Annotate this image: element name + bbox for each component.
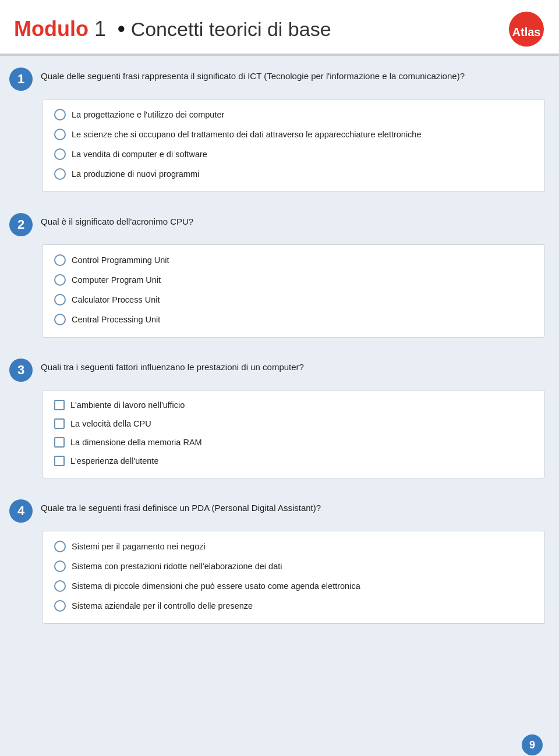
answer-label-3-4: L'esperienza dell'utente bbox=[70, 456, 158, 466]
bullet-separator: • bbox=[118, 17, 125, 41]
question-badge-2: 2 bbox=[9, 213, 33, 236]
answers-box-4: Sistemi per il pagamento nei negozi Sist… bbox=[42, 531, 545, 624]
checkbox-icon-3-3[interactable] bbox=[54, 437, 65, 448]
radio-icon-2-4[interactable] bbox=[54, 314, 66, 325]
radio-icon-4-4[interactable] bbox=[54, 600, 66, 612]
answer-label-2-4: Central Processing Unit bbox=[72, 315, 160, 324]
answer-label-4-4: Sistema aziendale per il controllo delle… bbox=[72, 601, 253, 611]
radio-icon-1-2[interactable] bbox=[54, 129, 66, 140]
answer-1-3[interactable]: La vendita di computer e di software bbox=[54, 148, 533, 160]
answers-box-2: Control Programming Unit Computer Progra… bbox=[42, 244, 545, 338]
question-text-1: Quale delle seguenti frasi rappresenta i… bbox=[41, 66, 465, 83]
module-subtitle: Concetti teorici di base bbox=[131, 18, 331, 40]
page-header: Modulo 1 • Concetti teorici di base Atla… bbox=[0, 0, 559, 55]
question-text-2: Qual è il significato dell'acronimo CPU? bbox=[41, 212, 193, 229]
question-block-2: 2 Qual è il significato dell'acronimo CP… bbox=[0, 201, 559, 242]
question-badge-1: 1 bbox=[9, 68, 33, 91]
modulo-label: Modulo bbox=[14, 17, 89, 41]
question-text-3: Quali tra i seguenti fattori influenzano… bbox=[41, 357, 304, 374]
radio-icon-2-3[interactable] bbox=[54, 294, 66, 306]
answer-2-3[interactable]: Calculator Process Unit bbox=[54, 294, 533, 306]
radio-icon-4-3[interactable] bbox=[54, 580, 66, 592]
module-number: 1 bbox=[94, 17, 106, 41]
answer-2-1[interactable]: Control Programming Unit bbox=[54, 254, 533, 266]
answers-box-1: La progettazione e l'utilizzo dei comput… bbox=[42, 99, 545, 192]
answer-2-2[interactable]: Computer Program Unit bbox=[54, 274, 533, 286]
radio-icon-1-3[interactable] bbox=[54, 148, 66, 160]
answer-label-1-2: Le scienze che si occupano del trattamen… bbox=[72, 130, 422, 139]
answer-label-3-2: La velocità della CPU bbox=[70, 419, 151, 428]
question-badge-3: 3 bbox=[9, 359, 33, 382]
answers-box-3: L'ambiente di lavoro nell'ufficio La vel… bbox=[42, 390, 545, 478]
answer-1-1[interactable]: La progettazione e l'utilizzo dei comput… bbox=[54, 109, 533, 120]
question-block-3: 3 Quali tra i seguenti fattori influenza… bbox=[0, 347, 559, 388]
question-badge-4: 4 bbox=[9, 499, 33, 523]
question-block-1: 1 Quale delle seguenti frasi rappresenta… bbox=[0, 56, 559, 97]
radio-icon-1-1[interactable] bbox=[54, 109, 66, 120]
answer-label-2-3: Calculator Process Unit bbox=[72, 295, 160, 304]
answer-2-4[interactable]: Central Processing Unit bbox=[54, 314, 533, 325]
answer-3-4[interactable]: L'esperienza dell'utente bbox=[54, 456, 533, 466]
svg-text:Atlas: Atlas bbox=[512, 26, 541, 38]
answer-1-4[interactable]: La produzione di nuovi programmi bbox=[54, 168, 533, 180]
answer-label-1-3: La vendita di computer e di software bbox=[72, 150, 207, 159]
answer-3-1[interactable]: L'ambiente di lavoro nell'ufficio bbox=[54, 400, 533, 410]
answer-4-3[interactable]: Sistema di piccole dimensioni che può es… bbox=[54, 580, 533, 592]
checkbox-icon-3-4[interactable] bbox=[54, 456, 65, 466]
page-number: 9 bbox=[522, 734, 543, 755]
answer-4-2[interactable]: Sistema con prestazioni ridotte nell'ela… bbox=[54, 560, 533, 572]
answer-label-4-3: Sistema di piccole dimensioni che può es… bbox=[72, 581, 360, 591]
page-title: Modulo 1 • Concetti teorici di base bbox=[14, 17, 331, 41]
checkbox-icon-3-1[interactable] bbox=[54, 400, 65, 410]
radio-icon-4-1[interactable] bbox=[54, 541, 66, 552]
answer-4-1[interactable]: Sistemi per il pagamento nei negozi bbox=[54, 541, 533, 552]
question-block-4: 4 Quale tra le seguenti frasi definisce … bbox=[0, 488, 559, 528]
answer-label-2-2: Computer Program Unit bbox=[72, 275, 161, 285]
answer-3-2[interactable]: La velocità della CPU bbox=[54, 418, 533, 429]
main-content: 1 Quale delle seguenti frasi rappresenta… bbox=[0, 56, 559, 756]
answer-4-4[interactable]: Sistema aziendale per il controllo delle… bbox=[54, 600, 533, 612]
atlas-logo: Atlas bbox=[508, 10, 545, 48]
answer-label-3-3: La dimensione della memoria RAM bbox=[70, 438, 202, 447]
radio-icon-2-1[interactable] bbox=[54, 254, 66, 266]
answer-label-3-1: L'ambiente di lavoro nell'ufficio bbox=[70, 400, 185, 410]
question-text-4: Quale tra le seguenti frasi definisce un… bbox=[41, 498, 321, 515]
radio-icon-1-4[interactable] bbox=[54, 168, 66, 180]
answer-label-1-4: La produzione di nuovi programmi bbox=[72, 169, 199, 179]
answer-label-4-1: Sistemi per il pagamento nei negozi bbox=[72, 542, 206, 551]
answer-label-4-2: Sistema con prestazioni ridotte nell'ela… bbox=[72, 562, 282, 571]
answer-label-2-1: Control Programming Unit bbox=[72, 255, 169, 265]
checkbox-icon-3-2[interactable] bbox=[54, 418, 65, 429]
answer-1-2[interactable]: Le scienze che si occupano del trattamen… bbox=[54, 129, 533, 140]
answer-label-1-1: La progettazione e l'utilizzo dei comput… bbox=[72, 110, 224, 119]
answer-3-3[interactable]: La dimensione della memoria RAM bbox=[54, 437, 533, 448]
radio-icon-2-2[interactable] bbox=[54, 274, 66, 286]
radio-icon-4-2[interactable] bbox=[54, 560, 66, 572]
